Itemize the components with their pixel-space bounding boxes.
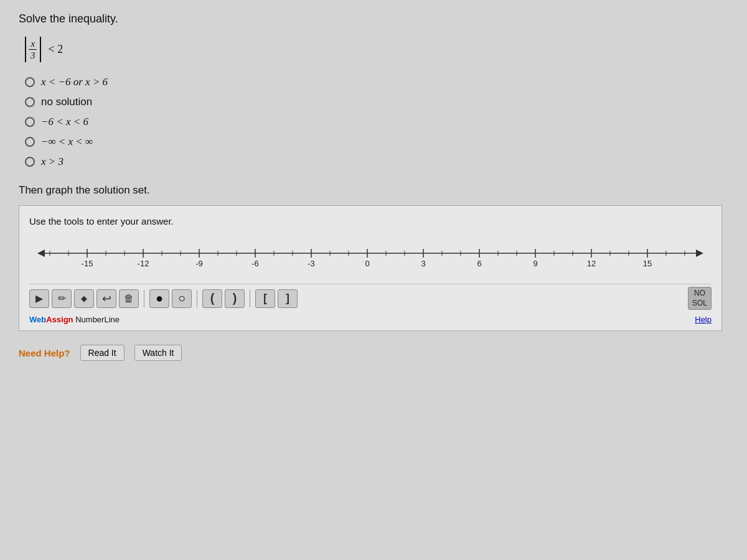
webassign-wa: Web: [29, 315, 46, 324]
radio-opt1[interactable]: [25, 77, 35, 87]
list-item[interactable]: −6 < x < 6: [25, 116, 728, 128]
curve-tool[interactable]: ↩: [96, 289, 116, 308]
toolbar: ▶ ✏ ◆ ↩ 🗑 ● ○ ( ) [ ] NO SOL: [29, 284, 712, 312]
svg-text:3: 3: [421, 259, 425, 268]
options-list: x < −6 or x > 6 no solution −6 < x < 6 −…: [25, 76, 728, 168]
number-line-container[interactable]: -15 -12 -9 -6 -3 0 3 6 9 12: [29, 238, 712, 275]
help-button[interactable]: Help: [695, 315, 712, 324]
inequality-sign: < 2: [49, 43, 63, 56]
abs-val-bars: x 3: [25, 37, 41, 62]
list-item[interactable]: x < −6 or x > 6: [25, 76, 728, 88]
list-item[interactable]: no solution: [25, 96, 728, 108]
list-item[interactable]: x > 3: [25, 156, 728, 168]
svg-text:0: 0: [365, 259, 369, 268]
svg-text:9: 9: [533, 259, 537, 268]
fraction-numerator: x: [29, 38, 37, 50]
eraser-tool[interactable]: ◆: [74, 289, 94, 308]
radio-opt3[interactable]: [25, 117, 35, 127]
graph-instruction: Use the tools to enter your answer.: [29, 216, 712, 226]
svg-text:15: 15: [643, 259, 652, 268]
webassign-label: WebAssign NumberLine: [29, 315, 120, 324]
fraction-denominator: 3: [29, 50, 37, 61]
bottom-bar: Need Help? Read It Watch It: [19, 345, 728, 361]
radio-opt2[interactable]: [25, 97, 35, 107]
list-item[interactable]: −∞ < x < ∞: [25, 136, 728, 148]
svg-text:-9: -9: [195, 259, 203, 268]
pointer-tool[interactable]: ▶: [29, 289, 49, 308]
webassign-assign: Assign: [46, 315, 73, 324]
left-bracket-tool[interactable]: [: [255, 289, 275, 308]
graph-section-title: Then graph the solution set.: [19, 184, 728, 197]
read-it-button[interactable]: Read It: [80, 345, 125, 361]
svg-text:6: 6: [477, 259, 481, 268]
svg-text:12: 12: [587, 259, 596, 268]
option-label-1: x < −6 or x > 6: [41, 76, 108, 88]
svg-marker-2: [696, 250, 703, 257]
option-label-5: x > 3: [41, 156, 63, 168]
main-container: Solve the inequality. x 3 < 2 x < −6 or …: [0, 0, 747, 560]
radio-opt5[interactable]: [25, 157, 35, 167]
svg-text:-3: -3: [308, 259, 315, 268]
svg-text:-12: -12: [138, 259, 149, 268]
fraction: x 3: [29, 38, 37, 61]
toolbar-separator-3: [250, 290, 250, 307]
svg-text:-6: -6: [251, 259, 259, 268]
option-label-2: no solution: [41, 96, 92, 108]
trash-tool[interactable]: 🗑: [119, 289, 139, 308]
right-paren-tool[interactable]: ): [225, 289, 245, 308]
right-bracket-tool[interactable]: ]: [278, 289, 298, 308]
pencil-tool[interactable]: ✏: [52, 289, 72, 308]
left-paren-tool[interactable]: (: [202, 289, 222, 308]
fraction-inequality: x 3 < 2: [25, 37, 728, 62]
toolbar-separator-2: [197, 290, 197, 307]
filled-circle-tool[interactable]: ●: [149, 289, 169, 308]
webassign-product: NumberLine: [75, 315, 120, 324]
watch-it-button[interactable]: Watch It: [134, 345, 182, 361]
need-help-label: Need Help?: [19, 348, 70, 358]
option-label-3: −6 < x < 6: [41, 116, 88, 128]
webassign-footer: WebAssign NumberLine Help: [29, 315, 712, 324]
svg-text:-15: -15: [82, 259, 93, 268]
problem-title: Solve the inequality.: [19, 12, 728, 26]
toolbar-separator-1: [144, 290, 144, 307]
open-circle-tool[interactable]: ○: [172, 289, 192, 308]
option-label-4: −∞ < x < ∞: [41, 136, 93, 148]
no-solution-button[interactable]: NO SOL: [688, 287, 712, 310]
graph-box: Use the tools to enter your answer. -15 …: [19, 205, 722, 331]
number-line-svg: -15 -12 -9 -6 -3 0 3 6 9 12: [29, 238, 712, 275]
radio-opt4[interactable]: [25, 137, 35, 147]
